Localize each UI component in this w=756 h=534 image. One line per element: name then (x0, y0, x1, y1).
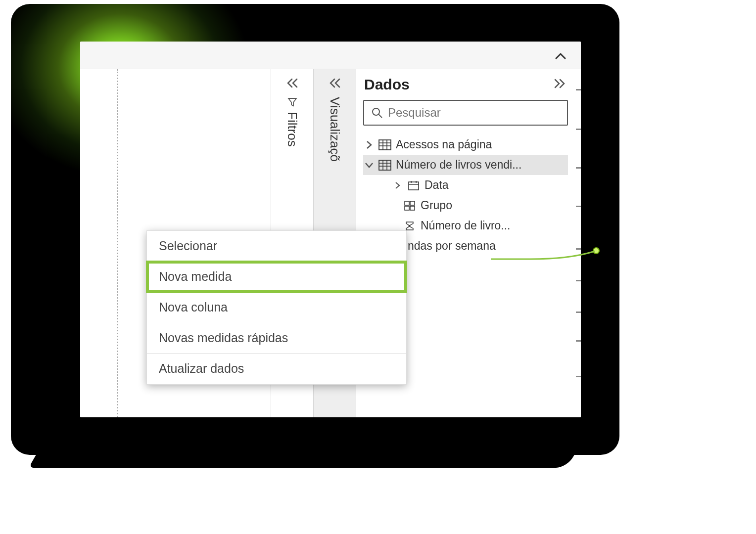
svg-rect-19 (405, 201, 409, 205)
table-label-fragment: ndas por semana (408, 239, 496, 253)
decorative-shadow-bottom (29, 433, 587, 468)
decorative-frame: Filtros Visualizaçõ Dados (11, 4, 619, 455)
field-label: Número de livro... (421, 219, 511, 232)
search-box[interactable] (363, 100, 568, 126)
top-ribbon-strip (80, 42, 581, 69)
menu-item-refresh-data[interactable]: Atualizar dados (147, 354, 406, 384)
group-icon (403, 200, 417, 212)
table-label: Acessos na página (396, 138, 492, 151)
chevron-double-left-icon[interactable] (329, 76, 341, 92)
menu-item-new-column[interactable]: Nova coluna (147, 292, 406, 323)
svg-rect-20 (410, 201, 415, 205)
data-pane-header: Dados (363, 75, 568, 100)
field-label: Data (425, 178, 449, 192)
svg-line-1 (378, 114, 382, 118)
field-row-date[interactable]: Data (363, 175, 568, 195)
menu-item-select[interactable]: Selecionar (147, 231, 406, 262)
svg-rect-22 (410, 206, 415, 210)
table-icon (378, 159, 392, 171)
table-label: Número de livros vendi... (396, 158, 521, 172)
annotation-endpoint-dot (593, 247, 600, 254)
svg-rect-12 (409, 182, 419, 190)
table-row[interactable]: Número de livros vendi... (363, 155, 568, 175)
menu-item-new-measure[interactable]: Nova medida (147, 262, 406, 292)
sigma-icon (403, 220, 417, 232)
powerbi-window: Filtros Visualizaçõ Dados (80, 42, 581, 417)
table-row[interactable]: Acessos na página (363, 134, 568, 155)
canvas-edge-dotted (117, 69, 118, 417)
svg-rect-21 (405, 206, 409, 210)
right-edge-ticks (574, 69, 581, 417)
search-icon (371, 107, 383, 119)
chevron-double-right-icon[interactable] (553, 77, 566, 92)
chevron-right-icon[interactable] (364, 140, 374, 149)
data-pane-title: Dados (364, 76, 410, 93)
chevron-up-icon[interactable] (555, 48, 566, 62)
svg-rect-7 (379, 160, 391, 170)
chevron-right-icon[interactable] (393, 181, 403, 189)
visualizations-pane-label: Visualizaçõ (327, 97, 342, 162)
table-icon (378, 139, 392, 151)
chevron-double-left-icon[interactable] (286, 76, 299, 92)
filter-icon (286, 97, 299, 107)
search-input[interactable] (388, 106, 560, 120)
svg-rect-2 (379, 140, 391, 150)
field-label: Grupo (421, 199, 452, 212)
svg-point-0 (373, 108, 379, 115)
menu-item-quick-measures[interactable]: Novas medidas rápidas (147, 323, 406, 354)
context-menu: Selecionar Nova medida Nova coluna Novas… (146, 230, 407, 385)
calendar-icon (407, 179, 421, 191)
chevron-down-icon[interactable] (364, 162, 374, 169)
filters-pane-label: Filtros (284, 97, 300, 147)
field-row-group[interactable]: Grupo (363, 195, 568, 216)
